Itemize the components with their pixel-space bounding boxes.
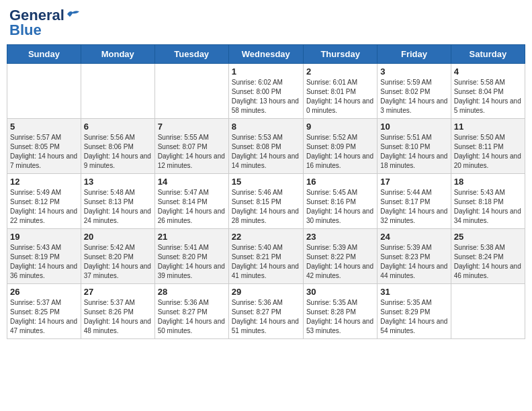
- calendar-cell: 25Sunrise: 5:38 AMSunset: 8:24 PMDayligh…: [451, 229, 525, 284]
- day-info: Sunrise: 5:59 AMSunset: 8:02 PMDaylight:…: [380, 78, 447, 116]
- calendar-cell: [81, 64, 154, 119]
- calendar-cell: 28Sunrise: 5:36 AMSunset: 8:27 PMDayligh…: [154, 284, 228, 339]
- weekday-header-saturday: Saturday: [451, 45, 525, 64]
- day-info: Sunrise: 5:36 AMSunset: 8:27 PMDaylight:…: [158, 298, 226, 336]
- day-info: Sunrise: 5:38 AMSunset: 8:24 PMDaylight:…: [454, 243, 522, 281]
- calendar-cell: 5Sunrise: 5:57 AMSunset: 8:05 PMDaylight…: [7, 119, 81, 174]
- calendar-cell: 17Sunrise: 5:44 AMSunset: 8:17 PMDayligh…: [378, 174, 451, 229]
- weekday-header-wednesday: Wednesday: [228, 45, 303, 64]
- calendar-cell: 29Sunrise: 5:36 AMSunset: 8:27 PMDayligh…: [228, 284, 303, 339]
- calendar-cell: 15Sunrise: 5:46 AMSunset: 8:15 PMDayligh…: [228, 174, 303, 229]
- calendar-cell: 19Sunrise: 5:43 AMSunset: 8:19 PMDayligh…: [7, 229, 81, 284]
- page-header: General Blue: [7, 7, 525, 39]
- day-number: 31: [380, 287, 447, 297]
- day-number: 29: [232, 287, 300, 297]
- day-number: 14: [158, 177, 226, 187]
- day-number: 2: [306, 66, 374, 77]
- calendar-cell: 11Sunrise: 5:50 AMSunset: 8:11 PMDayligh…: [451, 119, 525, 174]
- day-number: 20: [84, 232, 152, 242]
- calendar-week-2: 5Sunrise: 5:57 AMSunset: 8:05 PMDaylight…: [7, 119, 525, 174]
- calendar-cell: [451, 284, 525, 339]
- calendar-cell: [7, 64, 81, 119]
- day-info: Sunrise: 5:43 AMSunset: 8:19 PMDaylight:…: [10, 243, 78, 281]
- day-info: Sunrise: 5:44 AMSunset: 8:17 PMDaylight:…: [380, 188, 447, 226]
- calendar-week-3: 12Sunrise: 5:49 AMSunset: 8:12 PMDayligh…: [7, 174, 525, 229]
- calendar-cell: 9Sunrise: 5:52 AMSunset: 8:09 PMDaylight…: [303, 119, 377, 174]
- weekday-header-thursday: Thursday: [303, 45, 377, 64]
- day-number: 10: [380, 122, 447, 132]
- calendar-cell: 31Sunrise: 5:35 AMSunset: 8:29 PMDayligh…: [378, 284, 451, 339]
- calendar-cell: 4Sunrise: 5:58 AMSunset: 8:04 PMDaylight…: [451, 64, 525, 119]
- day-number: 5: [10, 122, 78, 132]
- day-number: 13: [84, 177, 152, 187]
- logo-blue-text: Blue: [9, 21, 42, 39]
- weekday-header-row: SundayMondayTuesdayWednesdayThursdayFrid…: [7, 45, 525, 64]
- calendar-cell: 21Sunrise: 5:41 AMSunset: 8:20 PMDayligh…: [154, 229, 228, 284]
- logo: General Blue: [9, 7, 81, 39]
- day-number: 11: [454, 122, 522, 132]
- day-info: Sunrise: 5:50 AMSunset: 8:11 PMDaylight:…: [454, 133, 522, 171]
- day-info: Sunrise: 5:41 AMSunset: 8:20 PMDaylight:…: [158, 243, 226, 281]
- day-number: 7: [158, 122, 226, 132]
- day-number: 15: [232, 177, 300, 187]
- calendar-week-1: 1Sunrise: 6:02 AMSunset: 8:00 PMDaylight…: [7, 64, 525, 119]
- day-info: Sunrise: 5:46 AMSunset: 8:15 PMDaylight:…: [232, 188, 300, 226]
- day-number: 17: [380, 177, 447, 187]
- day-number: 12: [10, 177, 78, 187]
- day-number: 25: [454, 232, 522, 242]
- day-number: 18: [454, 177, 522, 187]
- day-info: Sunrise: 5:52 AMSunset: 8:09 PMDaylight:…: [306, 133, 374, 171]
- day-info: Sunrise: 5:47 AMSunset: 8:14 PMDaylight:…: [158, 188, 226, 226]
- day-number: 6: [84, 122, 152, 132]
- weekday-header-friday: Friday: [378, 45, 451, 64]
- day-info: Sunrise: 5:37 AMSunset: 8:26 PMDaylight:…: [84, 298, 152, 336]
- calendar-cell: 23Sunrise: 5:39 AMSunset: 8:22 PMDayligh…: [303, 229, 377, 284]
- day-number: 22: [232, 232, 300, 242]
- day-number: 23: [306, 232, 374, 242]
- calendar-table: SundayMondayTuesdayWednesdayThursdayFrid…: [7, 44, 525, 339]
- day-number: 4: [454, 66, 522, 77]
- day-number: 26: [10, 287, 78, 297]
- day-info: Sunrise: 6:02 AMSunset: 8:00 PMDaylight:…: [232, 78, 300, 116]
- calendar-cell: 12Sunrise: 5:49 AMSunset: 8:12 PMDayligh…: [7, 174, 81, 229]
- calendar-cell: 24Sunrise: 5:39 AMSunset: 8:23 PMDayligh…: [378, 229, 451, 284]
- day-info: Sunrise: 5:36 AMSunset: 8:27 PMDaylight:…: [232, 298, 300, 336]
- calendar-cell: 16Sunrise: 5:45 AMSunset: 8:16 PMDayligh…: [303, 174, 377, 229]
- day-info: Sunrise: 5:53 AMSunset: 8:08 PMDaylight:…: [232, 133, 300, 171]
- calendar-cell: 13Sunrise: 5:48 AMSunset: 8:13 PMDayligh…: [81, 174, 154, 229]
- day-info: Sunrise: 5:43 AMSunset: 8:18 PMDaylight:…: [454, 188, 522, 226]
- day-info: Sunrise: 5:39 AMSunset: 8:23 PMDaylight:…: [380, 243, 447, 281]
- calendar-cell: 18Sunrise: 5:43 AMSunset: 8:18 PMDayligh…: [451, 174, 525, 229]
- calendar-week-5: 26Sunrise: 5:37 AMSunset: 8:25 PMDayligh…: [7, 284, 525, 339]
- calendar-cell: 27Sunrise: 5:37 AMSunset: 8:26 PMDayligh…: [81, 284, 154, 339]
- day-info: Sunrise: 5:56 AMSunset: 8:06 PMDaylight:…: [84, 133, 152, 171]
- day-info: Sunrise: 6:01 AMSunset: 8:01 PMDaylight:…: [306, 78, 374, 116]
- day-info: Sunrise: 5:37 AMSunset: 8:25 PMDaylight:…: [10, 298, 78, 336]
- day-info: Sunrise: 5:35 AMSunset: 8:29 PMDaylight:…: [380, 298, 447, 336]
- calendar-cell: 6Sunrise: 5:56 AMSunset: 8:06 PMDaylight…: [81, 119, 154, 174]
- day-info: Sunrise: 5:35 AMSunset: 8:28 PMDaylight:…: [306, 298, 374, 336]
- day-number: 8: [232, 122, 300, 132]
- day-info: Sunrise: 5:39 AMSunset: 8:22 PMDaylight:…: [306, 243, 374, 281]
- calendar-week-4: 19Sunrise: 5:43 AMSunset: 8:19 PMDayligh…: [7, 229, 525, 284]
- day-info: Sunrise: 5:45 AMSunset: 8:16 PMDaylight:…: [306, 188, 374, 226]
- day-info: Sunrise: 5:51 AMSunset: 8:10 PMDaylight:…: [380, 133, 447, 171]
- weekday-header-monday: Monday: [81, 45, 154, 64]
- day-number: 21: [158, 232, 226, 242]
- calendar-cell: 3Sunrise: 5:59 AMSunset: 8:02 PMDaylight…: [378, 64, 451, 119]
- day-number: 16: [306, 177, 374, 187]
- day-number: 28: [158, 287, 226, 297]
- day-info: Sunrise: 5:58 AMSunset: 8:04 PMDaylight:…: [454, 78, 522, 116]
- day-number: 27: [84, 287, 152, 297]
- day-info: Sunrise: 5:49 AMSunset: 8:12 PMDaylight:…: [10, 188, 78, 226]
- weekday-header-tuesday: Tuesday: [154, 45, 228, 64]
- day-info: Sunrise: 5:48 AMSunset: 8:13 PMDaylight:…: [84, 188, 152, 226]
- calendar-cell: 10Sunrise: 5:51 AMSunset: 8:10 PMDayligh…: [378, 119, 451, 174]
- logo-bird-icon: [66, 9, 81, 19]
- calendar-cell: 1Sunrise: 6:02 AMSunset: 8:00 PMDaylight…: [228, 64, 303, 119]
- day-info: Sunrise: 5:55 AMSunset: 8:07 PMDaylight:…: [158, 133, 226, 171]
- day-number: 19: [10, 232, 78, 242]
- calendar-cell: 20Sunrise: 5:42 AMSunset: 8:20 PMDayligh…: [81, 229, 154, 284]
- calendar-cell: 2Sunrise: 6:01 AMSunset: 8:01 PMDaylight…: [303, 64, 377, 119]
- calendar-cell: 7Sunrise: 5:55 AMSunset: 8:07 PMDaylight…: [154, 119, 228, 174]
